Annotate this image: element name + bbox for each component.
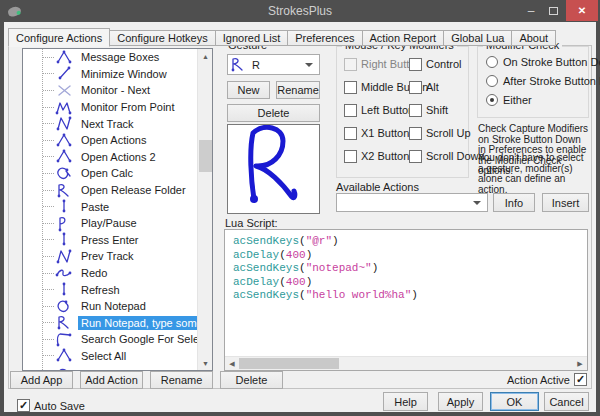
gesture-select[interactable]: R xyxy=(227,54,320,75)
add-action-button[interactable]: Add Action xyxy=(80,371,143,389)
auto-save-checkbox[interactable]: ✓ xyxy=(17,399,30,412)
tab-preferences[interactable]: Preferences xyxy=(287,30,362,46)
rename-gesture-button[interactable]: Rename xyxy=(276,81,320,99)
tree-item-label: Run Notepad xyxy=(78,299,149,313)
tree-item-press-enter[interactable]: Press Enter xyxy=(23,232,212,249)
radio-on-stroke-button-down[interactable]: On Stroke Button Down xyxy=(486,56,600,75)
actions-tree[interactable]: Message BoxesMinimize WindowMonitor - Ne… xyxy=(22,48,213,371)
tree-item-label: Open Actions 2 xyxy=(78,150,159,164)
tab-action-report[interactable]: Action Report xyxy=(362,30,445,46)
tree-item-select-all[interactable]: Select All xyxy=(23,348,212,365)
after-stroke-button-down-radio[interactable] xyxy=(486,75,498,87)
tree-vertical-scrollbar[interactable]: ▲ ▼ xyxy=(197,49,212,370)
tree-item-run-notepad[interactable]: Run Notepad xyxy=(23,298,212,315)
tree-item-label: Select All xyxy=(78,349,129,363)
middle-button-checkbox[interactable] xyxy=(344,81,357,94)
gesture-m-icon xyxy=(54,99,74,116)
x1-button-checkbox[interactable] xyxy=(344,127,357,140)
tree-item-open-calc[interactable]: Open Calc xyxy=(23,165,212,182)
either-radio[interactable] xyxy=(486,94,498,106)
shift-checkbox[interactable] xyxy=(409,104,422,117)
add-app-button[interactable]: Add App xyxy=(10,371,73,389)
tree-connector-line xyxy=(43,90,54,91)
scroll-up-checkbox[interactable] xyxy=(409,127,422,140)
lua-scrollbar-thumb[interactable] xyxy=(239,358,339,369)
scroll-up-arrow-icon[interactable]: ▲ xyxy=(198,49,213,63)
tree-item-prev-track[interactable]: Prev Track xyxy=(23,248,212,265)
modifier-control[interactable]: Control xyxy=(409,58,466,81)
radio-after-stroke-button-down[interactable]: After Stroke Button Down xyxy=(486,75,600,94)
tree-item-open-release-folder[interactable]: Open Release Folder xyxy=(23,182,212,199)
tab-about[interactable]: About xyxy=(511,30,556,46)
help-button[interactable]: Help xyxy=(383,392,428,411)
tab-configure-hotkeys[interactable]: Configure Hotkeys xyxy=(109,30,216,46)
radio-either[interactable]: Either xyxy=(486,94,600,113)
tree-item-label: Paste xyxy=(78,200,112,214)
modifier-x1-button[interactable]: X1 Button xyxy=(344,127,409,150)
gesture-r-icon xyxy=(54,182,74,199)
on-stroke-button-down-radio[interactable] xyxy=(486,56,498,68)
tree-scrollbar-thumb[interactable] xyxy=(199,140,212,172)
tree-item-monitor-from-point[interactable]: Monitor From Point xyxy=(23,99,212,116)
available-actions-select[interactable] xyxy=(336,193,488,212)
tree-item-search-google-for-selected-text[interactable]: Search Google For Selected Text xyxy=(23,331,212,348)
delete-gesture-button[interactable]: Delete xyxy=(227,104,320,122)
left-button-checkbox[interactable] xyxy=(344,104,357,117)
tree-item-run-notepad-type-some-stuff[interactable]: Run Notepad, type some stuff xyxy=(23,315,212,332)
tab-configure-actions[interactable]: Configure Actions xyxy=(8,28,110,47)
minimize-button[interactable]: – xyxy=(521,0,541,21)
alt-checkbox[interactable] xyxy=(409,81,422,94)
tree-item-paste[interactable]: Paste xyxy=(23,198,212,215)
auto-save-label: Auto Save xyxy=(34,400,85,412)
tree-item-next-track[interactable]: Next Track xyxy=(23,115,212,132)
modifier-shift[interactable]: Shift xyxy=(409,104,466,127)
tree-item-refresh[interactable]: Refresh xyxy=(23,281,212,298)
tree-item-open-actions[interactable]: Open Actions xyxy=(23,132,212,149)
rename-action-button[interactable]: Rename xyxy=(150,371,213,389)
ok-button[interactable]: OK xyxy=(490,392,539,411)
lua-script-editor[interactable]: acSendKeys("@r")acDelay(400)acSendKeys("… xyxy=(224,229,588,371)
checkbox-label: Control xyxy=(426,58,461,70)
tree-item-message-boxes[interactable]: Message Boxes xyxy=(23,49,212,66)
tree-connector-line xyxy=(43,123,54,124)
scroll-left-arrow-icon[interactable]: ◀ xyxy=(225,357,239,370)
info-button[interactable]: Info xyxy=(493,193,535,212)
scroll-down-arrow-icon[interactable]: ▼ xyxy=(198,356,213,370)
action-active-checkbox[interactable]: ✓ xyxy=(574,373,587,386)
modifier-scroll-up[interactable]: Scroll Up xyxy=(409,127,471,150)
maximize-button[interactable] xyxy=(543,0,563,21)
tab-ignored-list[interactable]: Ignored List xyxy=(215,30,288,46)
tree-connector-line xyxy=(43,289,54,290)
tree-item-open-actions-2[interactable]: Open Actions 2 xyxy=(23,149,212,166)
insert-button[interactable]: Insert xyxy=(542,193,589,212)
lua-script-code[interactable]: acSendKeys("@r")acDelay(400)acSendKeys("… xyxy=(233,235,418,303)
checkbox-label: Alt xyxy=(426,81,439,93)
tree-item-play-pause[interactable]: Play/Pause xyxy=(23,215,212,232)
tree-connector-line xyxy=(43,206,54,207)
close-button[interactable]: ✕ xyxy=(566,0,598,21)
modifier-scroll-down[interactable]: Scroll Down xyxy=(409,150,485,173)
scroll-right-arrow-icon[interactable]: ▶ xyxy=(573,357,587,370)
tree-connector-line xyxy=(43,223,54,224)
control-checkbox[interactable] xyxy=(409,58,422,71)
modifier-x2-button[interactable]: X2 Button xyxy=(344,150,409,173)
tab-global-lua[interactable]: Global Lua xyxy=(443,30,512,46)
x2-button-checkbox[interactable] xyxy=(344,150,357,163)
delete-action-button[interactable]: Delete xyxy=(220,371,283,389)
gesture-preview-canvas xyxy=(227,124,320,214)
modifier-left-button[interactable]: Left Button xyxy=(344,104,409,127)
tree-item-monitor-next[interactable]: Monitor - Next xyxy=(23,82,212,99)
tree-item-label: Monitor From Point xyxy=(78,100,178,114)
scroll-down-checkbox[interactable] xyxy=(409,150,422,163)
tree-item-partial[interactable] xyxy=(23,364,212,371)
lua-horizontal-scrollbar[interactable]: ◀ ▶ xyxy=(225,356,587,370)
modifier-middle-button[interactable]: Middle Button xyxy=(344,81,409,104)
tree-item-label: Press Enter xyxy=(78,233,141,247)
checkbox-label: Shift xyxy=(426,104,448,116)
tree-item-minimize-window[interactable]: Minimize Window xyxy=(23,66,212,83)
apply-button[interactable]: Apply xyxy=(438,392,483,411)
tree-item-redo[interactable]: Redo xyxy=(23,265,212,282)
new-gesture-button[interactable]: New xyxy=(227,81,270,99)
cancel-button[interactable]: Cancel xyxy=(544,392,589,411)
modifier-alt[interactable]: Alt xyxy=(409,81,466,104)
